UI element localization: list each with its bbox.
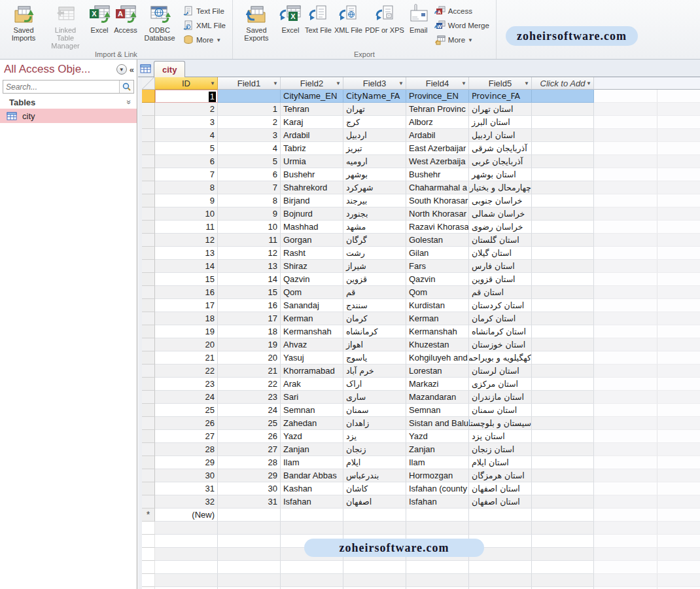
cell-field2[interactable]: Bojnurd bbox=[281, 207, 343, 221]
cell-field4[interactable]: Kermanshah bbox=[406, 325, 469, 338]
cell-field1[interactable]: 23 bbox=[218, 391, 281, 404]
record-selector[interactable] bbox=[142, 234, 155, 247]
cell-field3[interactable]: شيراز bbox=[343, 260, 406, 273]
cell-field4[interactable]: Khuzestan bbox=[406, 338, 469, 351]
record-selector[interactable] bbox=[142, 247, 155, 260]
search-input[interactable] bbox=[3, 80, 119, 93]
cell-field1[interactable] bbox=[218, 90, 281, 103]
cell-field1[interactable]: 16 bbox=[218, 299, 281, 312]
cell-click-to-add[interactable] bbox=[532, 221, 594, 234]
column-dropdown-icon[interactable]: ▼ bbox=[461, 80, 466, 86]
record-selector[interactable] bbox=[142, 221, 155, 234]
cell-click-to-add[interactable] bbox=[532, 155, 594, 168]
column-dropdown-icon[interactable]: ▼ bbox=[210, 80, 215, 86]
cell-id[interactable]: 6 bbox=[155, 155, 218, 168]
record-selector[interactable] bbox=[142, 495, 155, 509]
cell-field3[interactable]: رشت bbox=[343, 247, 406, 260]
cell-field4[interactable]: Fars bbox=[406, 260, 469, 273]
cell-field5[interactable]: خراسان رضوی bbox=[469, 221, 532, 234]
record-selector[interactable] bbox=[142, 273, 155, 286]
cell-field1[interactable]: 7 bbox=[218, 181, 281, 194]
cell-field2[interactable]: Mashhad bbox=[281, 221, 343, 234]
cell-field1[interactable]: 17 bbox=[218, 312, 281, 325]
cell-click-to-add[interactable] bbox=[532, 443, 594, 456]
cell-field4[interactable] bbox=[406, 509, 469, 522]
cell-click-to-add[interactable] bbox=[532, 260, 594, 273]
cell-id[interactable]: 5 bbox=[155, 142, 218, 155]
cell-click-to-add[interactable] bbox=[532, 207, 594, 221]
cell-field1[interactable]: 22 bbox=[218, 378, 281, 391]
cell-field4[interactable]: West Azerbaija bbox=[406, 155, 469, 168]
excel-export-button[interactable]: X Excel bbox=[277, 2, 304, 35]
cell-field4[interactable]: Zanjan bbox=[406, 443, 469, 456]
cell-field3[interactable]: سنندج bbox=[343, 299, 406, 312]
excel-import-button[interactable]: X Excel bbox=[86, 2, 113, 35]
cell-id[interactable]: 25 bbox=[155, 404, 218, 417]
column-dropdown-icon[interactable]: ▼ bbox=[586, 80, 591, 86]
record-selector[interactable] bbox=[142, 168, 155, 181]
record-selector[interactable] bbox=[142, 325, 155, 338]
cell-field2[interactable]: Sari bbox=[281, 391, 343, 404]
cell-field2[interactable]: Shahrekord bbox=[281, 181, 343, 194]
cell-field3[interactable]: كاشان bbox=[343, 482, 406, 495]
cell-field4[interactable]: Kurdistan bbox=[406, 299, 469, 312]
cell-click-to-add[interactable] bbox=[532, 299, 594, 312]
cell-id[interactable]: 9 bbox=[155, 194, 218, 207]
cell-field2[interactable]: Ahvaz bbox=[281, 338, 343, 351]
cell-field3[interactable]: اروميه bbox=[343, 155, 406, 168]
cell-id[interactable]: 13 bbox=[155, 247, 218, 260]
cell-field5[interactable]: استان اردبيل bbox=[469, 129, 532, 142]
cell-click-to-add[interactable] bbox=[532, 351, 594, 365]
cell-id[interactable]: 4 bbox=[155, 129, 218, 142]
collapse-section-icon[interactable]: » bbox=[125, 100, 134, 105]
cell-field5[interactable]: استان تهران bbox=[469, 103, 532, 116]
cell-id[interactable]: 11 bbox=[155, 221, 218, 234]
cell-id[interactable]: 16 bbox=[155, 286, 218, 299]
cell-id[interactable]: 30 bbox=[155, 469, 218, 482]
cell-field3[interactable]: مشهد bbox=[343, 221, 406, 234]
cell-field1[interactable]: 12 bbox=[218, 247, 281, 260]
cell-field5[interactable]: استان لرستان bbox=[469, 365, 532, 378]
cell-id[interactable]: 23 bbox=[155, 378, 218, 391]
cell-field2[interactable]: Yazd bbox=[281, 430, 343, 443]
cell-field4[interactable]: Kerman bbox=[406, 312, 469, 325]
cell-field3[interactable]: خرم آباد bbox=[343, 365, 406, 378]
cell-click-to-add[interactable] bbox=[532, 142, 594, 155]
cell-field5[interactable]: استان البرز bbox=[469, 116, 532, 129]
cell-click-to-add[interactable] bbox=[532, 273, 594, 286]
cell-field1[interactable]: 24 bbox=[218, 404, 281, 417]
cell-field5[interactable]: آذربايجان شرقی bbox=[469, 142, 532, 155]
cell-field1[interactable]: 11 bbox=[218, 234, 281, 247]
cell-field3[interactable] bbox=[343, 509, 406, 522]
cell-id[interactable]: 27 bbox=[155, 430, 218, 443]
record-selector[interactable] bbox=[142, 417, 155, 430]
cell-field3[interactable]: زنجان bbox=[343, 443, 406, 456]
cell-field4[interactable]: Ardabil bbox=[406, 129, 469, 142]
pdf-xps-button[interactable]: PDF or XPS bbox=[364, 2, 406, 35]
cell-field2[interactable]: Kerman bbox=[281, 312, 343, 325]
column-dropdown-icon[interactable]: ▼ bbox=[398, 80, 404, 86]
cell-field5[interactable]: استان زنجان bbox=[469, 443, 532, 456]
cell-field2[interactable]: Arak bbox=[281, 378, 343, 391]
cell-field1[interactable] bbox=[218, 509, 281, 522]
record-selector[interactable] bbox=[142, 469, 155, 482]
cell-field2[interactable]: CityName_EN bbox=[281, 90, 343, 103]
column-dropdown-icon[interactable]: ▼ bbox=[524, 80, 529, 86]
cell-field2[interactable]: Qom bbox=[281, 286, 343, 299]
cell-field2[interactable]: Bandar Abbas bbox=[281, 469, 343, 482]
cell-field2[interactable]: Shiraz bbox=[281, 260, 343, 273]
cell-field4[interactable]: Tehran Provinc bbox=[406, 103, 469, 116]
cell-field1[interactable]: 3 bbox=[218, 129, 281, 142]
record-selector[interactable] bbox=[142, 378, 155, 391]
cell-field3[interactable]: كرمانشاه bbox=[343, 325, 406, 338]
column-dropdown-icon[interactable]: ▼ bbox=[336, 80, 341, 86]
text-file-export-button[interactable]: Text File bbox=[304, 2, 333, 35]
cell-field1[interactable]: 21 bbox=[218, 365, 281, 378]
cell-field3[interactable]: ايلام bbox=[343, 456, 406, 469]
cell-field2[interactable]: Birjand bbox=[281, 194, 343, 207]
cell-field5[interactable]: استان بوشهر bbox=[469, 168, 532, 181]
cell-id[interactable]: 7 bbox=[155, 168, 218, 181]
cell-field5[interactable]: استان اصفهان bbox=[469, 482, 532, 495]
cell-field5[interactable]: استان خوزستان bbox=[469, 338, 532, 351]
cell-field1[interactable]: 15 bbox=[218, 286, 281, 299]
